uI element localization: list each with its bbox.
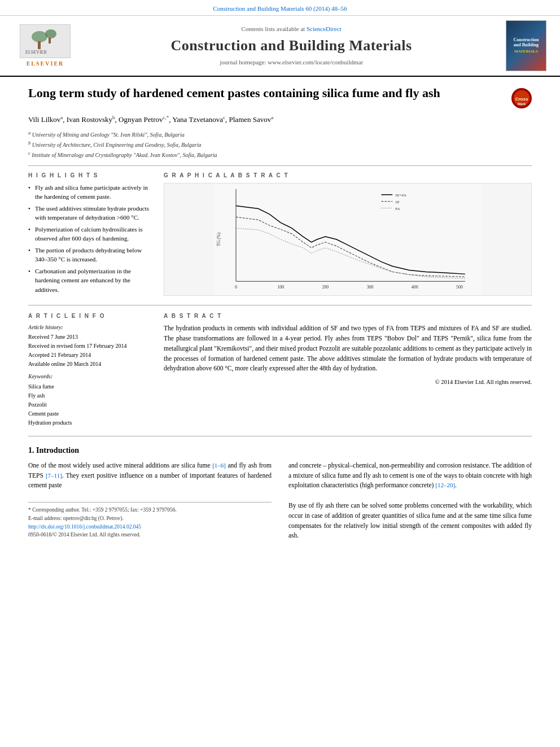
- svg-text:ELSEVIER: ELSEVIER: [25, 50, 47, 55]
- received-date: Received 7 June 2013: [28, 333, 152, 341]
- copyright-notice: © 2014 Elsevier Ltd. All rights reserved…: [164, 378, 532, 387]
- intro-left-text: One of the most widely used active miner…: [28, 461, 272, 491]
- history-label: Article history:: [28, 324, 152, 331]
- journal-homepage: journal homepage: www.elsevier.com/locat…: [79, 58, 504, 67]
- highlight-item-1: Fly ash and silica fume participate acti…: [28, 183, 152, 202]
- svg-text:500: 500: [456, 285, 463, 290]
- svg-rect-3: [38, 41, 41, 49]
- article-info-column: A R T I C L E I N F O Article history: R…: [28, 312, 152, 427]
- svg-text:SF: SF: [395, 199, 400, 203]
- keywords-list: Silica fume Fly ash Pozzolit Cement past…: [28, 382, 152, 427]
- svg-point-1: [32, 31, 47, 42]
- journal-title-area: Contents lists available at ScienceDirec…: [79, 25, 504, 67]
- doi-link[interactable]: http://dx.doi.org/10.1016/j.conbuildmat.…: [28, 524, 141, 530]
- keyword-5: Hydration products: [28, 418, 152, 427]
- highlights-column: H I G H L I G H T S Fly ash and silica f…: [28, 172, 152, 297]
- footnote-corresponding: * Corresponding author. Tel.: +359 2 979…: [28, 506, 272, 514]
- graphical-abstract-label: G R A P H I C A L A B S T R A C T: [164, 172, 532, 180]
- svg-rect-4: [49, 38, 51, 43]
- issn-line: 0950-0618/© 2014 Elsevier Ltd. All right…: [28, 531, 272, 539]
- affiliation-c: c Institute of Mineralogy and Crystallog…: [28, 150, 532, 159]
- crossmark-icon: Cross Mark: [511, 88, 532, 108]
- received-revised-date: Received in revised form 17 February 201…: [28, 342, 152, 350]
- author-2: Ivan Rostovsky: [67, 116, 112, 124]
- ref-link-2[interactable]: [7–11]: [46, 472, 62, 479]
- journal-reference: Construction and Building Materials 60 (…: [213, 5, 347, 12]
- paper-title: Long term study of hardened cement paste…: [28, 85, 506, 102]
- highlights-list: Fly ash and silica fume participate acti…: [28, 183, 152, 295]
- abstract-column: A B S T R A C T The hydration products i…: [164, 312, 532, 427]
- ref-link-3[interactable]: [12–20]: [435, 482, 455, 488]
- introduction-content: One of the most widely used active miner…: [28, 461, 532, 541]
- journal-cover-image: Constructionand Building MATERIALS: [504, 20, 549, 71]
- svg-text:400: 400: [412, 285, 418, 290]
- svg-text:FA: FA: [395, 206, 400, 210]
- cover-title-text: Constructionand Building: [514, 37, 539, 48]
- keywords-label: Keywords:: [28, 373, 152, 381]
- highlight-item-4: The portion of products dehydrating belo…: [28, 246, 152, 264]
- available-date: Available online 20 March 2014: [28, 360, 152, 368]
- article-info-abstract-section: A R T I C L E I N F O Article history: R…: [28, 305, 532, 427]
- keyword-4: Cement paste: [28, 409, 152, 418]
- svg-text:100: 100: [277, 285, 284, 290]
- author-4: Yana Tzvetanova: [172, 116, 223, 124]
- introduction-section: 1. Introduction One of the most widely u…: [28, 436, 532, 541]
- introduction-left-col: One of the most widely used active miner…: [28, 461, 272, 541]
- svg-rect-9: [213, 184, 482, 295]
- svg-text:0: 0: [235, 285, 237, 290]
- affiliation-a: a University of Mining and Geology "St. …: [28, 130, 532, 139]
- science-direct-link[interactable]: ScienceDirect: [307, 25, 342, 32]
- highlights-label: H I G H L I G H T S: [28, 172, 152, 180]
- accepted-date: Accepted 21 February 2014: [28, 351, 152, 359]
- journal-header: ELSEVIER ELSEVIER Contents lists availab…: [0, 16, 560, 77]
- affiliations: a University of Mining and Geology "St. …: [28, 130, 532, 160]
- introduction-right-col: and concrete – physical–chemical, non-pe…: [288, 461, 532, 541]
- svg-text:300: 300: [367, 285, 374, 290]
- graphical-abstract-column: G R A P H I C A L A B S T R A C T: [164, 172, 532, 297]
- svg-text:Cross: Cross: [515, 97, 528, 102]
- footnote-email: E-mail address: opetrov@dir.bg (O. Petro…: [28, 514, 272, 523]
- elsevier-logo: ELSEVIER ELSEVIER: [11, 24, 79, 68]
- author-5: Plamen Savov: [229, 116, 272, 124]
- doi-line: http://dx.doi.org/10.1016/j.conbuildmat.…: [28, 523, 272, 531]
- cover-subtitle-text: MATERIALS: [514, 49, 538, 55]
- crossmark-badge: Cross Mark: [511, 88, 532, 108]
- svg-text:SF+FA: SF+FA: [395, 193, 406, 196]
- highlight-item-3: Polymerization of calcium hydrosilicates…: [28, 225, 152, 243]
- cover-thumbnail: Constructionand Building MATERIALS: [506, 20, 546, 71]
- abstract-label: A B S T R A C T: [164, 312, 532, 320]
- graphical-abstract-image: 0 100 200 300 400 500 TG (%) SF+FA SF FA: [164, 183, 532, 296]
- intro-right-text-1: and concrete – physical–chemical, non-pe…: [288, 461, 532, 491]
- author-3: Ognyan Petrov: [119, 116, 163, 124]
- intro-right-text-2: By use of fly ash there can be solved so…: [288, 501, 532, 541]
- ref-link-1[interactable]: [1–6]: [212, 462, 226, 469]
- keyword-3: Pozzolit: [28, 400, 152, 409]
- svg-text:200: 200: [322, 285, 329, 290]
- elsevier-tree-image: ELSEVIER: [20, 24, 71, 58]
- author-1: Vili Lilkov: [28, 116, 60, 124]
- keyword-2: Fly ash: [28, 391, 152, 400]
- divider-1: [28, 165, 532, 166]
- article-info-label: A R T I C L E I N F O: [28, 312, 152, 320]
- keyword-1: Silica fume: [28, 382, 152, 391]
- svg-point-2: [45, 29, 56, 38]
- abstract-text: The hydration products in cements with i…: [164, 324, 532, 374]
- highlight-item-2: The used additives stimulate hydrate pro…: [28, 204, 152, 222]
- article-area: Long term study of hardened cement paste…: [0, 77, 560, 549]
- elsevier-wordmark: ELSEVIER: [27, 60, 64, 68]
- journal-main-title: Construction and Building Materials: [79, 36, 504, 56]
- affiliation-b: b University of Architecture, Civil Engi…: [28, 140, 532, 149]
- footnote-area: * Corresponding author. Tel.: +359 2 979…: [28, 502, 272, 539]
- svg-text:Mark: Mark: [518, 102, 526, 106]
- svg-text:TG (%): TG (%): [216, 232, 221, 246]
- introduction-heading: 1. Introduction: [28, 445, 532, 456]
- top-bar: Construction and Building Materials 60 (…: [0, 0, 560, 16]
- contents-line: Contents lists available at ScienceDirec…: [79, 25, 504, 33]
- highlight-item-5: Carbonation and polymerization in the ha…: [28, 267, 152, 295]
- authors-line: Vili Lilkova, Ivan Rostovskyb, Ognyan Pe…: [28, 114, 532, 125]
- highlights-graphical-section: H I G H L I G H T S Fly ash and silica f…: [28, 172, 532, 297]
